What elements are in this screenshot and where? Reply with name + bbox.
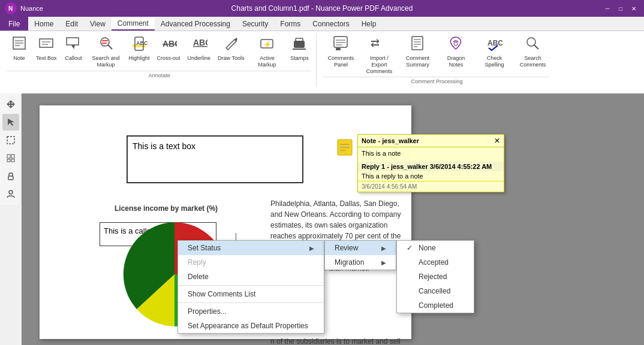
- note-close-button[interactable]: ✕: [494, 137, 500, 145]
- sub2-rejected-label: Rejected: [419, 273, 447, 281]
- menu-security[interactable]: Security: [236, 17, 274, 31]
- main-area: This is a text box Note - jess_walker ✕ …: [22, 93, 644, 345]
- tool-highlight[interactable]: ABC Highlight: [127, 34, 152, 63]
- sub1-review-arrow: ▶: [381, 245, 386, 252]
- sub1-migration-arrow: ▶: [381, 259, 386, 266]
- svg-line-39: [534, 45, 538, 49]
- tool-dragon-notes-label: Dragon Notes: [440, 55, 471, 68]
- left-toolbar: [0, 93, 22, 205]
- svg-rect-31: [412, 37, 423, 50]
- tool-stamps-label: Stamps: [290, 55, 309, 62]
- tool-crossout[interactable]: ABC Cross-out: [155, 34, 183, 63]
- doc-text-2-content: n of the subsidiaries is to market and s…: [270, 337, 405, 345]
- text-box-content: This is a text box: [133, 141, 195, 151]
- tool-comment-summary[interactable]: Comment Summary: [399, 34, 435, 69]
- sub1-review[interactable]: Review ▶: [325, 241, 396, 255]
- tool-note-label: Note: [13, 55, 25, 62]
- tool-highlight-label: Highlight: [129, 55, 150, 62]
- ctx-reply: Reply: [178, 255, 324, 270]
- ctx-set-status[interactable]: Set Status ▶: [178, 241, 324, 255]
- sub1-migration-label: Migration: [335, 258, 364, 267]
- note-icon: [11, 35, 28, 54]
- tool-import-export[interactable]: ⇄ Import / Export Comments: [361, 34, 397, 75]
- tool-check-spelling[interactable]: ABC Check Spelling: [476, 34, 512, 69]
- sub2-none-label: None: [419, 244, 436, 252]
- tool-lock[interactable]: [2, 168, 19, 184]
- draw-tools-with-arrow: [222, 35, 239, 54]
- chart-title: License income by market (%): [115, 204, 218, 213]
- tool-pan[interactable]: [2, 96, 19, 113]
- tool-draw-tools[interactable]: Draw Tools: [215, 34, 246, 63]
- ctx-delete[interactable]: Delete: [178, 270, 324, 284]
- menu-view[interactable]: View: [84, 17, 112, 31]
- menu-forms[interactable]: Forms: [274, 17, 306, 31]
- tool-marquee-zoom[interactable]: [2, 132, 19, 149]
- submenu2: ✓ None Accepted Rejected Cancelled Compl…: [396, 240, 474, 313]
- menu-edit[interactable]: Edit: [59, 17, 84, 31]
- sub2-cancelled[interactable]: Cancelled: [397, 284, 474, 298]
- tool-active-markup[interactable]: ⚡ Active Markup: [249, 34, 285, 69]
- tool-search-comments-label: Search Comments: [517, 55, 548, 68]
- sub2-completed-label: Completed: [419, 301, 453, 310]
- tool-note[interactable]: Note: [7, 34, 31, 63]
- check-spelling-with-arrow: ABC: [486, 35, 502, 54]
- doc-text-2: n of the subsidiaries is to market and s…: [270, 336, 405, 345]
- sub2-accepted[interactable]: Accepted: [397, 255, 474, 270]
- svg-rect-23: [296, 38, 303, 41]
- ctx-set-status-label: Set Status: [188, 244, 221, 252]
- tool-search-markup-label: Search and Markup: [91, 55, 122, 68]
- svg-rect-40: [7, 137, 14, 144]
- note-header: Note - jess_walker ✕: [358, 135, 504, 147]
- svg-rect-41: [7, 155, 10, 158]
- sub2-rejected[interactable]: Rejected: [397, 270, 474, 284]
- svg-text:⇄: ⇄: [371, 37, 380, 49]
- import-export-icon: ⇄: [369, 35, 389, 54]
- menu-comment[interactable]: Comment: [112, 17, 155, 31]
- ctx-show-comments[interactable]: Show Comments List: [178, 287, 324, 301]
- note-sticky-icon[interactable]: [336, 138, 353, 161]
- tool-comments-panel[interactable]: Comments Panel: [323, 34, 359, 69]
- note-header-text: Note - jess_walker: [362, 137, 419, 144]
- text-box-annotation[interactable]: This is a text box: [127, 135, 303, 183]
- tool-callout[interactable]: Callout: [62, 34, 86, 63]
- tool-thumbnail[interactable]: [2, 150, 19, 167]
- tool-dragon-notes[interactable]: Dragon Notes: [438, 34, 474, 69]
- ctx-set-appearance-label: Set Appearance as Default Properties: [188, 322, 308, 330]
- tool-select[interactable]: [2, 114, 19, 131]
- tool-textbox[interactable]: Text Box: [34, 34, 59, 63]
- close-button[interactable]: ✕: [628, 3, 639, 14]
- svg-marker-10: [71, 45, 75, 49]
- tool-stamps[interactable]: Stamps: [287, 34, 311, 63]
- search-markup-icon: [98, 35, 115, 54]
- svg-point-11: [101, 38, 109, 46]
- tool-underline[interactable]: ABC Underline: [185, 34, 213, 63]
- tool-search-markup[interactable]: Search and Markup: [88, 34, 124, 69]
- sub1-migration[interactable]: Migration ▶: [325, 255, 396, 270]
- svg-rect-25: [334, 37, 347, 47]
- svg-line-12: [108, 45, 112, 49]
- tool-textbox-label: Text Box: [36, 55, 57, 62]
- title-bar-left: N Nuance: [5, 2, 43, 14]
- tool-user[interactable]: [2, 186, 19, 202]
- menu-file[interactable]: File: [0, 17, 28, 31]
- restore-button[interactable]: □: [615, 3, 626, 14]
- svg-point-46: [9, 190, 13, 194]
- menu-home[interactable]: Home: [28, 17, 59, 31]
- sub2-none[interactable]: ✓ None: [397, 241, 474, 255]
- sub2-cancelled-label: Cancelled: [419, 287, 450, 295]
- minimize-button[interactable]: ─: [602, 3, 613, 14]
- underline-icon: ABC: [191, 35, 207, 54]
- ctx-separator-2: [178, 302, 324, 303]
- svg-rect-6: [40, 39, 53, 47]
- ctx-properties[interactable]: Properties...: [178, 304, 324, 319]
- callout-icon: [65, 35, 82, 54]
- menu-advanced-processing[interactable]: Advanced Processing: [155, 17, 236, 31]
- annotate-label: Annotate: [7, 71, 311, 80]
- ctx-set-appearance[interactable]: Set Appearance as Default Properties: [178, 319, 324, 333]
- sub2-completed[interactable]: Completed: [397, 298, 474, 313]
- tool-search-comments[interactable]: Search Comments: [514, 34, 550, 69]
- note-footer: 3/6/2014 4:56:54 AM: [358, 181, 504, 192]
- menu-connectors[interactable]: Connectors: [306, 17, 355, 31]
- menu-help[interactable]: Help: [356, 17, 383, 31]
- ctx-delete-label: Delete: [188, 273, 209, 281]
